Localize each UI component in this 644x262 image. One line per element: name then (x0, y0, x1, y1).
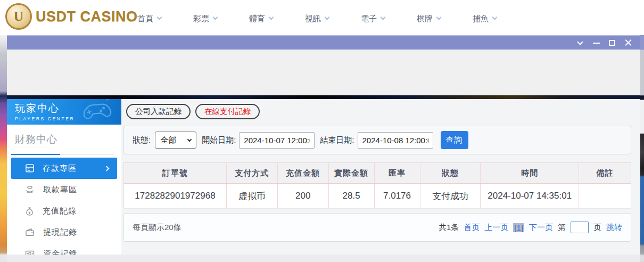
player-center-window: 玩家中心 PLAYERS CENTER 財務中心 (7, 35, 640, 262)
current-page-indicator: [1] (513, 223, 524, 232)
window-titlebar[interactable] (7, 35, 640, 50)
nav-item-slots[interactable]: 電子 (361, 14, 385, 24)
nav-label: 捕魚 (473, 14, 489, 24)
window-minimize-button[interactable] (588, 36, 604, 50)
nav-item-home[interactable]: 首頁 (137, 14, 161, 24)
col-recharge-amount: 充值金額 (277, 163, 328, 184)
pagination-controls: 共1条 首页 上一页 [1] 下一页 第 页 跳转 (439, 222, 622, 233)
chevron-down-icon (492, 15, 498, 20)
minimize-icon (593, 43, 600, 44)
nav-item-fishing[interactable]: 捕魚 (473, 14, 497, 24)
cell-actual-amount: 28.5 (328, 184, 374, 209)
site-logo[interactable]: U USDT CASINO (5, 3, 138, 30)
maximize-icon (609, 40, 615, 46)
main-menu: 首頁 彩票 體育 視訊 電子 棋牌 捕魚 (137, 0, 497, 35)
first-page-link[interactable]: 首页 (464, 223, 480, 233)
page-jump-input[interactable] (571, 222, 589, 233)
banner-top-edge (7, 95, 640, 99)
banknote-icon (24, 248, 35, 255)
logo-letter: U (14, 9, 24, 24)
window-maximize-button[interactable] (604, 36, 620, 50)
sidebar-item-withdraw[interactable]: 取款專區 (7, 179, 121, 200)
filter-bar: 狀態: 全部 開始日期: 結束日期: 查詢 (123, 126, 631, 154)
start-date-label: 開始日期: (202, 135, 236, 145)
tab-company-deposit-records[interactable]: 公司入款記錄 (126, 104, 191, 119)
nav-label: 電子 (361, 14, 377, 24)
prev-page-link[interactable]: 上一页 (484, 223, 508, 233)
nav-item-lottery[interactable]: 彩票 (193, 14, 217, 24)
withdraw-icon (24, 184, 35, 195)
tab-online-payment-records[interactable]: 在線支付記錄 (195, 104, 260, 119)
status-label: 狀態: (133, 135, 151, 145)
cell-order-no: 1728282901972968 (124, 184, 227, 209)
cell-status: 支付成功 (420, 184, 481, 209)
page-size-text: 每頁顯示20條 (133, 223, 181, 233)
chevron-down-icon (577, 39, 583, 45)
nav-item-live[interactable]: 視訊 (305, 14, 329, 24)
cell-exchange-rate: 7.0176 (374, 184, 420, 209)
wallet-icon (24, 227, 35, 238)
col-actual-amount: 實際金額 (328, 163, 374, 184)
pagination-bar: 每頁顯示20條 共1条 首页 上一页 [1] 下一页 第 页 跳转 (123, 213, 631, 242)
col-note: 備註 (579, 163, 631, 184)
chevron-down-icon (381, 15, 386, 20)
total-count-text: 共1条 (439, 223, 459, 233)
col-payment-method: 支付方式 (226, 163, 277, 184)
sidebar-item-funds-records[interactable]: 資金記錄 (7, 243, 121, 255)
nav-item-cards[interactable]: 棋牌 (417, 14, 441, 24)
background-page-left-edge (0, 35, 7, 262)
col-order-no: 訂單號 (124, 163, 227, 184)
nav-label: 棋牌 (417, 14, 433, 24)
nav-item-sports[interactable]: 體育 (249, 14, 273, 24)
record-tabs: 公司入款記錄 在線支付記錄 (126, 104, 640, 119)
col-time: 時間 (481, 163, 579, 184)
table-header-row: 訂單號 支付方式 充值金額 實際金額 匯率 狀態 時間 備註 (124, 163, 631, 184)
sidebar-section: 財務中心 (7, 125, 121, 155)
cell-payment-method: 虚拟币 (226, 184, 277, 209)
nav-label: 體育 (249, 14, 265, 24)
chevron-right-icon (104, 166, 110, 171)
window-empty-area (7, 50, 640, 95)
sidebar-item-label: 提現記錄 (43, 227, 77, 238)
brand-name: USDT CASINO (36, 9, 138, 25)
deposit-icon (24, 163, 35, 174)
sidebar-header: 玩家中心 PLAYERS CENTER (7, 99, 121, 125)
cell-note (579, 184, 631, 209)
sidebar-item-deposit[interactable]: 存款專區 (11, 158, 117, 179)
nav-label: 首頁 (137, 14, 153, 24)
status-select-value: 全部 (160, 135, 176, 145)
sidebar-item-label: 充值記錄 (43, 206, 77, 216)
next-page-link[interactable]: 下一页 (529, 223, 553, 233)
chevron-down-icon (325, 15, 330, 20)
window-controls (572, 36, 636, 50)
chevron-down-icon (187, 137, 192, 141)
window-dropdown-button[interactable] (572, 36, 588, 50)
nav-label: 視訊 (305, 14, 321, 24)
window-close-button[interactable] (620, 36, 636, 50)
sidebar-section-label: 財務中心 (15, 133, 114, 146)
logo-coin-icon: U (5, 3, 32, 30)
main-content: 公司入款記錄 在線支付記錄 狀態: 全部 開始日期: 結束日期: 查詢 (121, 99, 640, 255)
chevron-down-icon (157, 15, 162, 20)
chevron-down-icon (436, 15, 442, 20)
window-bottom-strip (7, 255, 640, 262)
status-select[interactable]: 全部 (155, 132, 196, 149)
sidebar-item-recharge-records[interactable]: 充值記錄 (7, 200, 121, 222)
end-date-input[interactable] (358, 132, 433, 149)
end-date-label: 結束日期: (320, 135, 354, 145)
section-divider (15, 154, 114, 155)
col-exchange-rate: 匯率 (374, 163, 420, 184)
sidebar: 玩家中心 PLAYERS CENTER 財務中心 (7, 99, 121, 255)
chevron-down-icon (213, 15, 218, 20)
cell-recharge-amount: 200 (277, 184, 328, 209)
start-date-input[interactable] (239, 132, 315, 149)
money-bag-icon (24, 206, 35, 216)
query-button[interactable]: 查詢 (441, 131, 468, 149)
jump-prefix-text: 第 (558, 223, 566, 233)
page-jump-button[interactable]: 跳转 (606, 223, 622, 233)
sidebar-item-label: 取款專區 (43, 185, 77, 195)
col-status: 狀態 (420, 163, 481, 184)
sidebar-item-label: 存款專區 (43, 163, 77, 174)
chevron-down-icon (269, 15, 274, 20)
sidebar-item-withdrawal-records[interactable]: 提現記錄 (7, 222, 121, 243)
